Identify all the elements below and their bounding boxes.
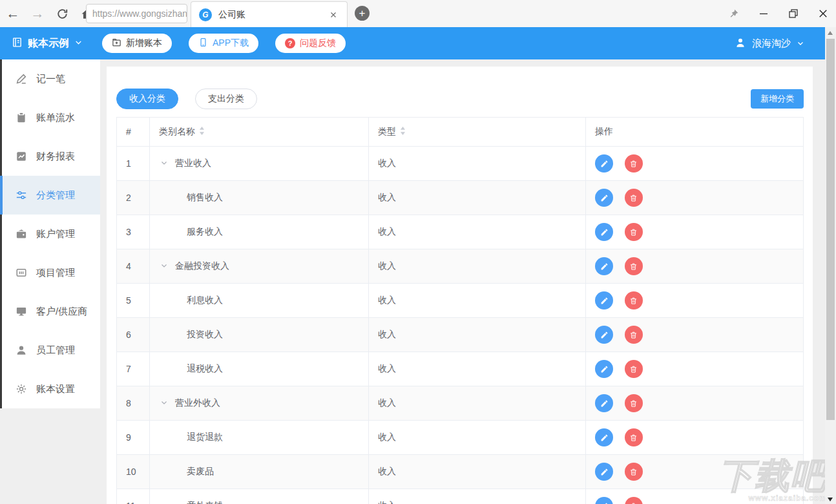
sidebar-item-wallet[interactable]: 账户管理 [0,215,100,253]
sidebar-item-employee[interactable]: 员工管理 [0,331,100,370]
edit-button[interactable] [595,394,613,412]
row-name-cell: 营业收入 [150,147,369,181]
row-type: 收入 [369,249,586,284]
clipboard-icon [16,112,27,123]
table-row: 11 意外来钱 收入 [117,489,804,504]
table-row: 1 营业收入 收入 [117,147,804,181]
phone-icon [198,37,208,49]
back-icon[interactable]: ← [4,5,22,23]
browser-chrome: ← → https://www.gongsizhang.c G 公司账 + [0,0,836,27]
username: 浪海淘沙 [752,37,791,50]
table-row: 4 金融投资收入 收入 [117,249,804,284]
row-index: 11 [117,489,150,504]
book-switcher[interactable]: 账本示例 [12,37,83,50]
close-icon[interactable] [815,6,831,21]
edit-button[interactable] [595,223,613,241]
row-type: 收入 [369,284,586,318]
sidebar-item-pencil[interactable]: 记一笔 [0,59,100,98]
row-index: 6 [117,318,150,352]
edit-button[interactable] [595,428,613,446]
category-table: # 类别名称 类型 操作 1 营业收入 收入 2 销售收入 [116,117,804,504]
delete-button[interactable] [625,223,643,241]
scroll-up-icon[interactable] [828,31,833,35]
question-icon: ? [285,38,295,48]
delete-button[interactable] [625,497,643,504]
sort-icon[interactable] [199,126,205,138]
user-menu[interactable]: 浪海淘沙 [735,37,804,50]
delete-button[interactable] [625,360,643,378]
row-name-cell: 服务收入 [150,215,369,249]
new-tab-icon[interactable]: + [355,6,370,21]
edit-button[interactable] [595,291,613,310]
gear-icon [16,383,27,395]
delete-button[interactable] [625,154,643,173]
app-download-button[interactable]: APP下载 [189,34,258,53]
employee-icon [16,344,27,356]
delete-button[interactable] [625,257,643,275]
row-index: 9 [117,421,150,455]
edit-button[interactable] [595,360,613,378]
scroll-down-icon[interactable] [828,498,833,501]
row-name-cell: 投资收入 [150,318,369,352]
restore-icon[interactable] [786,6,801,21]
refresh-icon[interactable] [53,5,71,23]
minimize-icon[interactable] [756,6,771,21]
tab-支出分类[interactable]: 支出分类 [195,89,257,109]
project-icon [16,267,27,278]
sidebar-item-chart[interactable]: 财务报表 [0,137,100,176]
tab-close-icon[interactable] [328,9,339,21]
add-book-icon [112,37,121,49]
edit-button[interactable] [595,154,613,173]
feedback-button[interactable]: ? 问题反馈 [275,34,346,53]
pin-icon[interactable] [726,6,742,21]
table-row: 10 卖废品 收入 [117,455,804,489]
new-book-button[interactable]: 新增账本 [102,34,172,53]
col-header-type[interactable]: 类型 [369,118,586,147]
edit-button[interactable] [595,189,613,207]
delete-button[interactable] [625,326,643,344]
delete-button[interactable] [625,463,643,481]
delete-button[interactable] [625,428,643,446]
delete-button[interactable] [625,291,643,310]
row-name-cell: 销售收入 [150,181,369,215]
row-index: 4 [117,249,150,284]
sidebar-item-customer[interactable]: 客户/供应商 [0,292,100,331]
sidebar-item-sliders[interactable]: 分类管理 [0,176,100,215]
edit-button[interactable] [595,326,613,344]
chevron-down-icon[interactable] [160,158,168,169]
table-row: 3 服务收入 收入 [117,215,804,249]
row-type: 收入 [369,181,586,215]
row-actions [586,249,804,284]
forward-icon[interactable]: → [28,5,47,23]
user-icon [735,37,746,50]
chevron-down-icon [74,37,83,49]
delete-button[interactable] [625,394,643,412]
scrollbar-thumb[interactable] [826,39,835,420]
chevron-down-icon[interactable] [160,261,168,271]
add-category-button[interactable]: 新增分类 [751,89,804,109]
sidebar-menu: 记一笔 账单流水 财务报表 分类管理 账户管理 项目管理 客户/供应商 员工管理… [0,59,100,408]
edit-button[interactable] [595,463,613,481]
col-header-ops: 操作 [586,118,804,147]
row-name-cell: 退税收入 [150,352,369,386]
tab-favicon-icon: G [199,8,212,21]
chevron-down-icon[interactable] [160,398,168,408]
tab-收入分类[interactable]: 收入分类 [116,89,178,109]
address-bar[interactable]: https://www.gongsizhang.c [86,4,187,23]
edit-button[interactable] [595,257,613,275]
sidebar-item-clipboard[interactable]: 账单流水 [0,98,100,137]
sidebar-item-gear[interactable]: 账本设置 [0,370,100,408]
sort-icon[interactable] [400,126,406,138]
edit-button[interactable] [595,497,613,504]
row-actions [586,284,804,318]
delete-button[interactable] [625,189,643,207]
row-actions [586,181,804,215]
table-row: 7 退税收入 收入 [117,352,804,386]
col-header-name[interactable]: 类别名称 [150,118,369,147]
page-scrollbar[interactable] [825,27,836,504]
browser-tab[interactable]: G 公司账 [191,1,348,27]
sidebar-item-project[interactable]: 项目管理 [0,253,100,292]
category-tabs: 收入分类支出分类新增分类 [116,89,804,109]
row-actions [586,215,804,249]
table-row: 8 营业外收入 收入 [117,386,804,421]
